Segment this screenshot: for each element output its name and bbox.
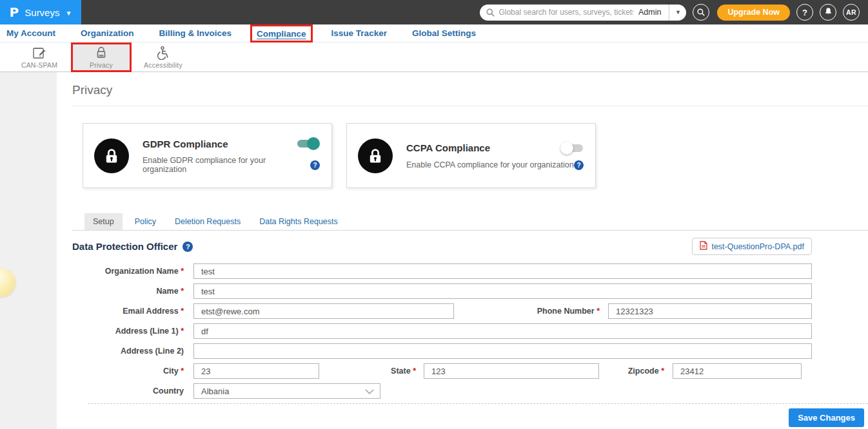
- accessibility-icon: [155, 46, 171, 60]
- dpo-section: Data Protection Officer ? test-QuestionP…: [72, 238, 868, 399]
- state-label: State *: [319, 367, 424, 376]
- country-select[interactable]: Albania: [193, 383, 380, 399]
- subnav-can-spam[interactable]: CAN-SPAM: [9, 43, 70, 72]
- search-scope-label: Admin: [633, 8, 669, 17]
- organization-name-label: Organization Name *: [72, 267, 193, 276]
- country-selected-value: Albania: [201, 386, 229, 396]
- gdpr-card-title: GDPR Compliance: [143, 138, 228, 149]
- zipcode-label: Zipcode *: [599, 367, 673, 376]
- gdpr-card-description: Enable GDPR compliance for your organiza…: [143, 156, 310, 174]
- chevron-down-icon: ▼: [65, 10, 72, 17]
- compliance-subnav: CAN-SPAM Privacy Accessibility: [0, 43, 868, 72]
- form-row-address1: Address (Line 1) *: [72, 323, 812, 339]
- gdpr-lock-icon: [94, 138, 129, 173]
- ccpa-toggle[interactable]: [560, 142, 584, 155]
- subnav-accessibility[interactable]: Accessibility: [133, 43, 193, 72]
- subnav-label: Accessibility: [144, 61, 182, 69]
- product-switcher[interactable]: P Surveys ▼: [0, 0, 81, 24]
- lock-icon: [94, 46, 108, 60]
- address1-input[interactable]: [193, 323, 812, 339]
- ccpa-lock-icon: [358, 138, 393, 173]
- nav-billing-invoices[interactable]: Billing & Invoices: [159, 28, 232, 38]
- zipcode-input[interactable]: [673, 363, 802, 379]
- phone-input[interactable]: [608, 303, 812, 319]
- address2-label: Address (Line 2): [72, 347, 193, 356]
- search-scope-dropdown[interactable]: ▼: [669, 9, 686, 15]
- search-button[interactable]: [693, 4, 709, 21]
- country-label: Country: [72, 386, 193, 396]
- canspam-icon: [32, 46, 47, 60]
- name-label: Name *: [72, 287, 193, 296]
- nav-issue-tracker[interactable]: Issue Tracker: [331, 28, 387, 38]
- section-title: Data Protection Officer: [72, 241, 177, 252]
- ccpa-card-title: CCPA Compliance: [406, 142, 490, 153]
- admin-nav: My Account Organization Billing & Invoic…: [0, 24, 868, 43]
- tab-deletion-requests[interactable]: Deletion Requests: [168, 213, 247, 230]
- compliance-cards: GDPR Compliance Enable GDPR compliance f…: [83, 123, 868, 188]
- tab-setup[interactable]: Setup: [84, 213, 123, 230]
- attachment-filename: test-QuestionPro-DPA.pdf: [711, 242, 804, 251]
- page-title: Privacy: [72, 72, 868, 97]
- name-input[interactable]: [193, 283, 812, 299]
- form-row-organization: Organization Name *: [72, 263, 812, 279]
- dpo-help-icon[interactable]: ?: [182, 242, 193, 252]
- address2-input[interactable]: [193, 343, 812, 359]
- top-bar: P Surveys ▼ Admin ▼ Upgrade Now ? AR: [0, 0, 868, 24]
- organization-name-input[interactable]: [193, 263, 812, 279]
- email-label: Email Address *: [72, 307, 193, 316]
- nav-my-account[interactable]: My Account: [6, 28, 55, 38]
- bell-icon: [824, 6, 833, 18]
- dpa-attachment-link[interactable]: test-QuestionPro-DPA.pdf: [692, 238, 812, 255]
- address1-label: Address (Line 1) *: [72, 327, 193, 336]
- form-row-address2: Address (Line 2): [72, 343, 812, 359]
- ccpa-card-description: Enable CCPA compliance for your organiza…: [406, 160, 574, 169]
- main-area: Privacy GDPR Compliance Enable GDPR comp…: [0, 72, 868, 429]
- nav-compliance[interactable]: Compliance: [257, 29, 306, 39]
- title-divider: [72, 106, 868, 106]
- ccpa-help-icon[interactable]: ?: [574, 160, 584, 170]
- nav-compliance-wrap: Compliance: [257, 28, 306, 39]
- nav-organization[interactable]: Organization: [81, 28, 134, 38]
- nav-global-settings[interactable]: Global Settings: [412, 28, 476, 38]
- chevron-down-icon: [365, 386, 374, 396]
- notifications-button[interactable]: [820, 4, 836, 21]
- subnav-label: CAN-SPAM: [21, 61, 57, 69]
- gdpr-toggle[interactable]: [297, 137, 320, 150]
- global-search: Admin ▼: [480, 5, 686, 21]
- search-icon: [486, 8, 495, 17]
- form-row-country: Country Albania: [72, 383, 812, 399]
- help-button[interactable]: ?: [796, 4, 813, 21]
- upgrade-now-button[interactable]: Upgrade Now: [717, 5, 790, 21]
- gdpr-card: GDPR Compliance Enable GDPR compliance f…: [83, 123, 332, 188]
- privacy-page: Privacy GDPR Compliance Enable GDPR comp…: [57, 72, 868, 429]
- state-input[interactable]: [424, 363, 599, 379]
- form-row-city-state-zip: City * State * Zipcode *: [72, 363, 812, 379]
- form-row-email-phone: Email Address * Phone Number *: [72, 303, 812, 319]
- subnav-label: Privacy: [90, 61, 113, 69]
- save-changes-button[interactable]: Save Changes: [789, 408, 864, 427]
- phone-label: Phone Number *: [454, 307, 608, 316]
- subnav-privacy[interactable]: Privacy: [71, 43, 132, 72]
- city-label: City *: [72, 367, 193, 376]
- product-name: Surveys: [25, 7, 59, 18]
- tab-data-rights-requests[interactable]: Data Rights Requests: [253, 213, 344, 230]
- user-avatar[interactable]: AR: [843, 4, 860, 21]
- global-search-input[interactable]: [498, 8, 633, 17]
- ccpa-card: CCPA Compliance Enable CCPA compliance f…: [346, 123, 596, 188]
- dpo-form: Organization Name * Name * Email Address…: [72, 263, 812, 399]
- form-row-name: Name *: [72, 283, 812, 299]
- gdpr-help-icon[interactable]: ?: [310, 160, 320, 170]
- gdpr-tabs: Setup Policy Deletion Requests Data Righ…: [72, 213, 868, 231]
- tab-policy[interactable]: Policy: [128, 213, 163, 230]
- pdf-icon: [700, 241, 707, 252]
- city-input[interactable]: [193, 363, 319, 379]
- floating-widget-bubble[interactable]: [0, 268, 15, 297]
- questionpro-logo-icon: P: [10, 5, 19, 20]
- email-input[interactable]: [193, 303, 454, 319]
